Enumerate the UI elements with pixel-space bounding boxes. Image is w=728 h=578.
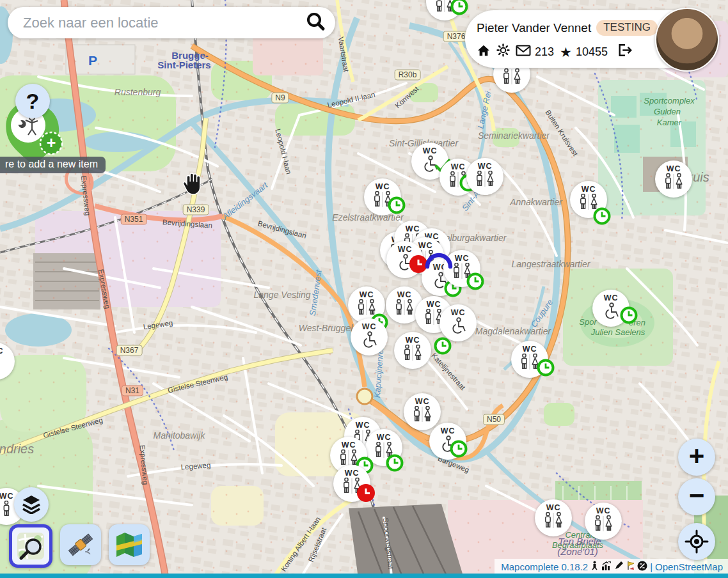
male-female-icon (395, 299, 414, 319)
map-marker-toilet[interactable]: WC (466, 158, 503, 195)
map-marker-toilet[interactable]: WC (404, 393, 441, 430)
map-marker-toilet[interactable]: WC (333, 465, 370, 502)
marker-wc-label: WC (582, 185, 596, 194)
settings-gear-icon[interactable] (496, 43, 510, 60)
green-clock-badge (537, 359, 555, 379)
surveyor-icon[interactable] (590, 561, 599, 572)
edit-pencil-icon[interactable] (614, 561, 624, 572)
osm-roundel-icon[interactable] (637, 561, 647, 573)
map-magnifier-icon (16, 531, 45, 561)
attribution-separator: | (650, 561, 653, 572)
marker-wc-label: WC (376, 182, 390, 191)
layers-icon (22, 495, 41, 514)
marker-wc-label: WC (478, 162, 492, 171)
marker-wc-label: WC (0, 347, 3, 355)
basemap-osm-carto-button[interactable] (9, 524, 52, 568)
satellite-icon (66, 530, 95, 559)
layers-button[interactable] (14, 487, 49, 522)
user-avatar[interactable] (655, 8, 719, 72)
person-icon (0, 355, 1, 375)
map-marker-toilet[interactable]: WC (439, 304, 477, 341)
marker-wc-label: WC (667, 164, 681, 173)
messages-icon[interactable] (516, 45, 531, 59)
app-version-link[interactable]: Mapcomplete 0.18.2 (501, 561, 588, 572)
green-clock-badge (450, 0, 468, 18)
basemap-switcher (9, 524, 150, 568)
search-icon[interactable] (305, 11, 326, 35)
marker-wc-label: WC (406, 224, 420, 233)
marker-wc-label: WC (441, 426, 455, 435)
help-button[interactable]: ? (15, 84, 50, 118)
person-icon (2, 501, 11, 520)
bottom-accent-bar (0, 574, 728, 578)
marker-wc-label: WC (360, 290, 374, 299)
star-icon: ★ (560, 45, 572, 59)
testing-badge: TESTING (596, 20, 658, 36)
logout-icon[interactable] (617, 43, 633, 60)
attribution-bar: Mapcomplete 0.18.2 | OpenStreetMap (495, 559, 728, 574)
marker-wc-label: WC (342, 441, 356, 449)
green-clock-badge (386, 454, 404, 474)
green-clock-badge (466, 272, 484, 293)
marker-wc-label: WC (604, 293, 618, 302)
map-marker-toilet[interactable]: WC (394, 332, 431, 369)
folded-map-icon (115, 530, 144, 559)
map-marker-toilet[interactable]: WC (511, 341, 548, 378)
male-female-icon (544, 512, 563, 532)
map-marker-toilet[interactable]: WC (535, 499, 572, 536)
marker-wc-label: WC (0, 492, 13, 501)
green-clock-badge (593, 207, 611, 228)
open-clock-badge[interactable] (434, 337, 452, 357)
message-count: 213 (535, 45, 554, 59)
openstreetmap-link[interactable]: OpenStreetMap (655, 561, 723, 572)
zoom-out-button[interactable]: − (678, 478, 715, 515)
male-female-icon (413, 406, 432, 426)
search-bar[interactable] (8, 7, 335, 38)
map-marker-toilet[interactable]: WC (364, 178, 401, 215)
map-marker-toilet[interactable]: WC (592, 290, 629, 327)
wheelchair-icon (360, 331, 379, 352)
map-marker-toilet[interactable]: WC (351, 318, 388, 355)
marker-wc-label: WC (345, 469, 359, 478)
marker-wc-label: WC (423, 146, 437, 155)
marker-wc-label: WC (377, 433, 391, 442)
home-icon[interactable] (477, 44, 491, 60)
marker-wc-label: WC (546, 503, 560, 512)
basemap-satellite-button[interactable] (60, 524, 101, 565)
marker-wc-label: WC (451, 162, 465, 171)
marker-wc-label: WC (362, 322, 376, 331)
male-female-icon (594, 515, 613, 535)
green-clock-badge (620, 306, 638, 327)
male-female-icon (475, 171, 495, 191)
marker-wc-label: WC (398, 245, 412, 254)
help-button-label: ? (26, 89, 40, 114)
map-marker-toilet[interactable]: WC (585, 503, 622, 540)
marker-flag-icon (626, 561, 635, 572)
user-name: Pieter Vander Vennet (477, 21, 591, 35)
mapcomplete-app: RustenburgSint-GilliskwartierSeminariekw… (0, 0, 728, 578)
statistics-icon[interactable] (601, 561, 612, 572)
marker-wc-label: WC (596, 506, 610, 515)
marker-wc-label: WC (451, 308, 465, 317)
changeset-count: 10455 (576, 45, 608, 59)
male-female-icon (664, 173, 683, 193)
marker-wc-label: WC (415, 397, 429, 406)
geolocate-button[interactable] (678, 523, 715, 560)
map-marker-toilet[interactable]: WC (655, 160, 692, 198)
zoom-in-button[interactable]: + (678, 439, 715, 476)
male-female-icon (403, 345, 422, 364)
marker-wc-label: WC (397, 290, 411, 299)
marker-wc-label: WC (455, 254, 469, 263)
marker-wc-label: WC (406, 336, 420, 345)
blue-arc-shape (425, 251, 453, 271)
marker-wc-label: WC (418, 241, 432, 250)
marker-wc-label: WC (523, 345, 537, 354)
map-marker-toilet[interactable]: WC (570, 181, 607, 218)
green-clock-badge (450, 440, 468, 460)
wheelchair-icon (448, 317, 468, 338)
search-input[interactable] (22, 14, 305, 32)
basemap-folded-map-button[interactable] (109, 524, 150, 565)
marker-wc-label: WC (427, 300, 441, 309)
map-marker-toilet[interactable]: WC (429, 423, 466, 460)
wheelchair-icon (601, 302, 621, 324)
